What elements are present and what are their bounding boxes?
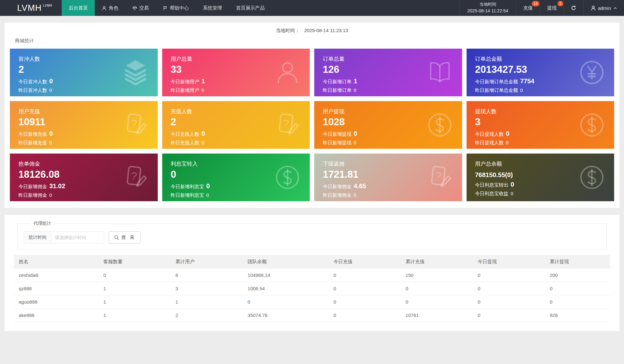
logo-text: LVMH <box>17 3 42 13</box>
nav-item-label: 首页展示产品 <box>236 5 265 11</box>
column-header: 今日提现 <box>473 255 545 269</box>
dollar-icon <box>274 163 302 191</box>
withdraw-badge: 2 <box>558 1 563 6</box>
table-cell: 200 <box>545 269 610 282</box>
yesterday-value: 0 <box>49 87 52 93</box>
yesterday-label: 昨日充值人数 <box>171 140 199 146</box>
table-cell: 0 <box>473 309 545 322</box>
today-label: 今日新增订单 <box>323 79 351 85</box>
refresh-button[interactable] <box>564 0 583 16</box>
stat-card-line-today: 今日新增订单1 <box>323 78 427 85</box>
yesterday-label: 昨日提现人数 <box>475 140 504 146</box>
table-cell: aguo888 <box>14 295 99 309</box>
withdraw-button[interactable]: 提现 2 <box>540 0 564 16</box>
date-range-input[interactable] <box>51 231 104 244</box>
stat-card-value: 768150.55(0) <box>475 171 579 178</box>
table-body: ceshidaili06104968.1401500200qz888131006… <box>14 269 610 322</box>
table-cell: 0 <box>401 295 473 309</box>
today-label: 今日充值人数 <box>171 131 199 137</box>
app-logo: LVMH LVMH <box>0 0 62 16</box>
column-header: 累计用户 <box>171 255 243 269</box>
today-value: 0 <box>511 181 514 188</box>
table-cell: 0 <box>243 295 329 309</box>
dollar-icon <box>426 111 454 139</box>
today-label: 今日新增提现 <box>323 131 351 137</box>
table-cell: 1006.54 <box>243 282 329 295</box>
top-navbar: LVMH LVMH 后台首页角色交易帮助中心系统管理首页展示产品 当地时间 20… <box>0 0 624 16</box>
recharge-button[interactable]: 充值 14 <box>516 0 540 16</box>
nav-item-label: 帮助中心 <box>170 5 189 11</box>
stat-card-title: 充值人数 <box>171 108 275 115</box>
table-cell: 1 <box>99 282 171 295</box>
stat-card-title: 提现人数 <box>475 108 579 115</box>
yesterday-label: 昨日新增订单总金额 <box>475 87 518 93</box>
column-header: 姓名 <box>14 255 99 269</box>
stat-card-line-yesterday: 昨日新增利息宝0 <box>171 192 275 198</box>
stat-card-title: 用户提现 <box>323 108 427 115</box>
column-header: 累计充值 <box>401 255 473 269</box>
stat-card-line-today: 今日新增利息宝0 <box>171 182 275 190</box>
book-icon <box>426 58 454 86</box>
table-cell: 828 <box>545 309 610 322</box>
table-cell: qz888 <box>14 282 99 295</box>
search-icon <box>114 235 119 240</box>
stat-card-line-yesterday: 昨日新增订单总金额0 <box>475 87 579 93</box>
yesterday-value: 0 <box>202 140 204 145</box>
agent-legend: 代理统计 <box>30 221 54 226</box>
today-label: 今日提现人数 <box>475 131 504 137</box>
column-header: 团队余额 <box>243 255 329 269</box>
yesterday-label: 昨日新增佣金 <box>323 192 351 198</box>
stat-card-line-yesterday: 昨日新增用户0 <box>171 87 275 93</box>
stats-panel: 当地时间： 2025-08-14 11:23:13 商城统计 首冲人数2今日首冲… <box>4 23 620 208</box>
nav-item-3[interactable]: 帮助中心 <box>156 0 196 16</box>
yesterday-label: 昨日新增订单 <box>323 87 351 93</box>
column-header: 今日充值 <box>329 255 401 269</box>
today-label: 今日新增订单总金额 <box>475 79 518 85</box>
yesterday-label: 昨日新增用户 <box>171 87 199 93</box>
panel-time: 当地时间： 2025-08-14 11:23:13 <box>4 23 620 34</box>
yesterday-label: 昨日新增利息宝 <box>171 192 204 198</box>
stat-card-title: 用户总余额 <box>475 160 579 168</box>
today-label: 今日新增充值 <box>18 131 47 137</box>
stat-card-title: 用户充值 <box>18 108 123 115</box>
stat-card-line-today: 今日提现人数0 <box>475 130 579 137</box>
nav-item-5[interactable]: 首页展示产品 <box>229 0 272 16</box>
scales-icon <box>132 6 137 10</box>
nav-item-0[interactable]: 后台首页 <box>62 0 95 16</box>
stat-card-line-today: 今日充值人数0 <box>171 130 275 137</box>
user-menu[interactable]: admin <box>583 0 624 16</box>
stat-card-line-today: 今日新增提现0 <box>323 130 427 137</box>
filter-label: 统计时间 <box>24 231 51 244</box>
stat-card-line-yesterday: 昨日充值人数0 <box>171 140 275 146</box>
stat-card-value: 1028 <box>323 117 427 127</box>
stat-card-value: 0 <box>171 169 275 180</box>
today-label: 今日首冲人数 <box>18 79 47 85</box>
stat-card-line-yesterday: 昨日新增提现0 <box>323 140 427 146</box>
agent-fieldset: 代理统计 统计时间 搜 索 <box>17 221 607 250</box>
nav-item-label: 角色 <box>109 5 118 11</box>
recharge-badge: 14 <box>532 1 539 6</box>
yesterday-value: 0 <box>49 140 52 145</box>
nav-item-2[interactable]: 交易 <box>125 0 156 16</box>
column-header: 客服数量 <box>99 255 171 269</box>
search-button[interactable]: 搜 索 <box>109 231 141 244</box>
agent-panel: 代理统计 统计时间 搜 索 姓名客服数量累计用户团队余额今日充值累计充值今日提现… <box>4 215 620 331</box>
table-cell: 1 <box>99 295 171 309</box>
stat-card-value: 33 <box>171 64 275 75</box>
stat-card-value: 3 <box>475 117 579 127</box>
stat-card-title: 利息宝转入 <box>171 160 275 168</box>
nav-item-1[interactable]: 角色 <box>95 0 125 16</box>
stat-card-value: 1721.81 <box>323 169 427 180</box>
table-cell: 0 <box>545 282 610 295</box>
stat-card-0: 首冲人数2今日首冲人数0昨日首冲人数0 <box>10 49 158 96</box>
stat-card-line-today: 今日首冲人数0 <box>18 78 123 85</box>
today-value: 0 <box>506 130 510 137</box>
stat-card-title: 抢单佣金 <box>18 160 123 168</box>
today-value: 0 <box>49 130 53 137</box>
table-row: ceshidaili06104968.1401500200 <box>14 269 610 282</box>
today-value: 0 <box>49 78 53 85</box>
nav-item-4[interactable]: 系统管理 <box>196 0 229 16</box>
table-cell: 35074.76 <box>243 309 329 322</box>
table-cell: 0 <box>99 269 171 282</box>
table-cell: 0 <box>401 282 473 295</box>
